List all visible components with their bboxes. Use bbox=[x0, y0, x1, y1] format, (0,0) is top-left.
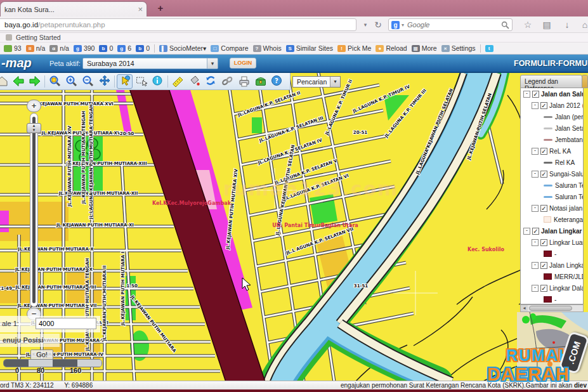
scroll-left-icon[interactable]: ◂ bbox=[521, 305, 528, 311]
layer-checkbox[interactable]: ✓ bbox=[540, 171, 547, 178]
forward-button[interactable] bbox=[27, 74, 42, 89]
layer-checkbox[interactable]: ✓ bbox=[540, 285, 547, 292]
layer-checkbox[interactable]: ✓ bbox=[540, 148, 547, 155]
chevron-down-icon[interactable]: ▾ bbox=[207, 58, 218, 69]
zoom-in-slider-button[interactable]: + bbox=[27, 100, 41, 112]
scale-input[interactable] bbox=[36, 318, 96, 329]
extension-label: Similar Sites bbox=[296, 44, 333, 52]
url-path: /petaperuntukan.php bbox=[38, 21, 105, 29]
scrollbar-thumb[interactable] bbox=[529, 306, 572, 311]
bookmark-star-icon[interactable]: ☆ bbox=[521, 18, 534, 31]
color-swatch-icon bbox=[544, 251, 552, 257]
collapse-icon[interactable]: - bbox=[523, 91, 530, 98]
login-button[interactable]: LOGIN bbox=[230, 58, 256, 69]
legend-item: Jembatan bbox=[521, 134, 583, 145]
rank-badge-extension[interactable]: 93 bbox=[4, 44, 22, 52]
url-field[interactable]: baya.go.id/petaperuntukan.php bbox=[0, 18, 356, 31]
zoom-slider[interactable]: + ▲▼ − bbox=[26, 100, 42, 320]
pan-button[interactable] bbox=[96, 74, 112, 89]
svg-text:?: ? bbox=[275, 77, 278, 84]
google-index-extension[interactable]: g6 bbox=[117, 44, 131, 52]
home-icon[interactable]: ⌂ bbox=[578, 18, 588, 31]
legend-label: MERR/JLDT bbox=[554, 273, 583, 280]
collapse-icon[interactable]: - bbox=[532, 239, 539, 246]
layer-checkbox[interactable]: ✓ bbox=[540, 205, 547, 212]
reload-ext-extension[interactable]: ●Reload bbox=[376, 44, 407, 52]
url-host: baya.go.id bbox=[4, 21, 38, 29]
stats-extension[interactable]: iin/a bbox=[26, 44, 46, 52]
bing-index-extension[interactable]: b0 bbox=[136, 44, 150, 52]
more-extension[interactable]: ▦More bbox=[412, 44, 437, 52]
collapse-icon[interactable]: - bbox=[532, 171, 539, 178]
zoom-slider-thumb[interactable]: ▲▼ bbox=[27, 123, 41, 133]
legend-secondary-tab[interactable] bbox=[582, 75, 588, 88]
collapse-icon[interactable]: - bbox=[523, 228, 530, 235]
zoom-extent-button[interactable] bbox=[47, 74, 63, 89]
tab-peta-peruntukan[interactable]: kan Kota Sura... × bbox=[0, 1, 147, 16]
sociometer-extension[interactable]: ▌SocioMeter▾ bbox=[159, 44, 206, 52]
engine-dropdown-icon[interactable]: ▾ bbox=[402, 22, 404, 28]
google-engine-icon[interactable]: g bbox=[391, 21, 400, 29]
similar-sites-extension[interactable]: SSimilar Sites bbox=[286, 44, 333, 52]
settings-extension[interactable]: ×Settings bbox=[441, 44, 476, 52]
zoom-extent-icon bbox=[48, 74, 62, 88]
legend-label: Jalan 2012 (lin bbox=[549, 102, 583, 109]
chevron-down-icon[interactable]: ▾ bbox=[330, 77, 340, 87]
collapse-icon[interactable]: - bbox=[532, 102, 539, 109]
link-tool-button[interactable] bbox=[219, 74, 235, 89]
sociometer-icon: ▌ bbox=[159, 45, 167, 52]
measure-tool-button[interactable] bbox=[170, 74, 186, 89]
downloads-icon[interactable]: ↓ bbox=[561, 18, 573, 31]
pickme-extension[interactable]: !Pick Me bbox=[337, 44, 371, 52]
map-canvas[interactable]: JL.KEJAWAN PUTIH MUTIARA XVIJL.KEJAWAN P… bbox=[0, 73, 588, 382]
legend-scrollbar[interactable]: ◂ bbox=[520, 304, 584, 312]
help-button[interactable]: ? bbox=[269, 74, 285, 89]
collapse-icon[interactable]: - bbox=[532, 148, 539, 155]
extension-label: Reload bbox=[386, 44, 407, 52]
zoom-in-icon bbox=[65, 74, 79, 88]
legend-tab[interactable]: Legend dan Reference bbox=[520, 75, 582, 88]
bing-index-extension[interactable]: b0 bbox=[99, 44, 113, 52]
zoom-in-button[interactable] bbox=[63, 74, 79, 89]
back-button[interactable] bbox=[10, 74, 26, 89]
layer-checkbox[interactable]: ✓ bbox=[540, 262, 547, 269]
search-input[interactable] bbox=[406, 20, 499, 29]
layer-checkbox[interactable]: ✓ bbox=[532, 91, 539, 98]
pencarian-dropdown[interactable]: Pencarian ▾ bbox=[292, 76, 341, 88]
export-chest-icon bbox=[254, 74, 268, 88]
active-map-select[interactable]: Surabaya 2014 ▾ bbox=[82, 58, 218, 69]
layer-checkbox[interactable]: ✓ bbox=[540, 102, 547, 109]
layer-checkbox[interactable]: ✓ bbox=[540, 239, 547, 246]
formulir-menu[interactable]: FORMULIR-FORMULIR bbox=[514, 59, 588, 68]
whois-extension[interactable]: ?Whois bbox=[253, 44, 282, 52]
style-tool-button[interactable] bbox=[186, 74, 202, 89]
export-button[interactable] bbox=[252, 74, 268, 89]
zoom-slider-track[interactable] bbox=[30, 113, 38, 307]
print-button[interactable] bbox=[236, 74, 252, 89]
refresh-map-button[interactable] bbox=[203, 74, 219, 89]
bookmark-getting-started[interactable]: Getting Started bbox=[16, 34, 61, 41]
identify-tool-button[interactable] bbox=[117, 74, 133, 89]
select-tool-button[interactable] bbox=[133, 74, 149, 89]
alexa-extension[interactable]: αn/a bbox=[49, 44, 69, 52]
new-tab-button[interactable]: + bbox=[154, 3, 167, 14]
scalebar-segment bbox=[4, 360, 29, 367]
zoom-out-button[interactable] bbox=[80, 74, 96, 89]
twitter-extension[interactable]: t bbox=[485, 45, 493, 52]
home-extent-button[interactable] bbox=[0, 74, 10, 89]
google-index-extension[interactable]: g390 bbox=[74, 44, 95, 52]
paint-bucket-icon bbox=[188, 74, 202, 88]
overview-map[interactable] bbox=[517, 312, 588, 382]
collapse-icon[interactable]: - bbox=[532, 285, 539, 292]
clipboard-icon[interactable]: ▤ bbox=[540, 18, 553, 31]
search-icon[interactable] bbox=[501, 21, 509, 29]
collapse-icon[interactable]: - bbox=[532, 262, 539, 269]
info-tool-button[interactable] bbox=[150, 74, 166, 89]
collapse-icon[interactable]: - bbox=[532, 205, 539, 212]
compare-extension[interactable]: □Compare bbox=[211, 44, 248, 52]
close-tab-icon[interactable]: × bbox=[138, 4, 143, 14]
reload-icon[interactable]: ↻ bbox=[372, 18, 384, 31]
url-dropdown-icon[interactable]: ▾ bbox=[359, 18, 372, 31]
search-box[interactable]: g ▾ bbox=[388, 18, 513, 31]
layer-checkbox[interactable]: ✓ bbox=[532, 228, 539, 235]
